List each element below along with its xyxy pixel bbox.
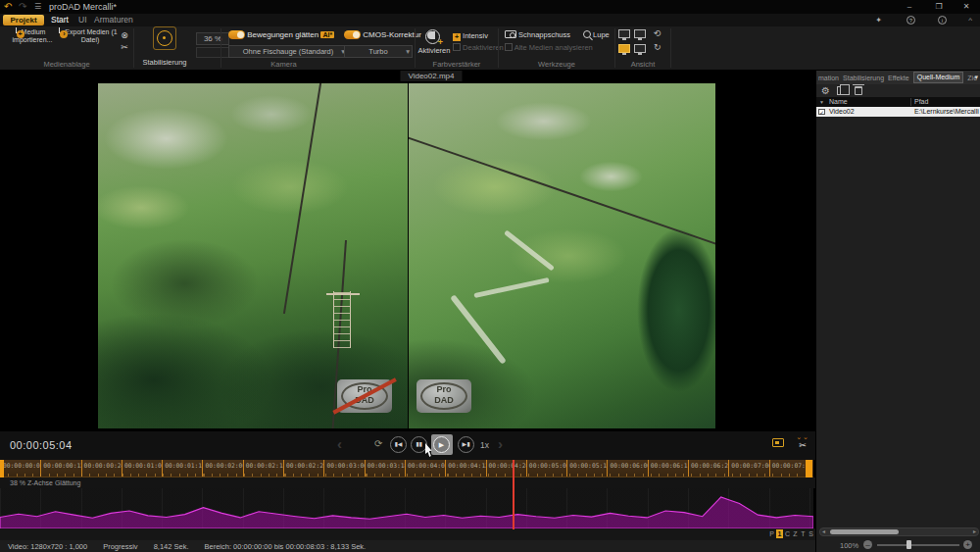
timeline-ruler[interactable]: 00:00:00:0000:00:00:1200:00:00:2400:00:0…: [0, 460, 813, 477]
panel-tab-effekte[interactable]: Effekte: [888, 75, 909, 81]
stabilize-target-icon[interactable]: [157, 30, 172, 46]
view-split-icon[interactable]: [618, 44, 630, 53]
view-button-c[interactable]: C: [784, 529, 791, 538]
group-label-kamera: Kamera: [222, 60, 345, 69]
import-media-button[interactable]: + Medium importieren...: [4, 28, 61, 44]
ruler-tick-label: 00:00:04:00: [405, 460, 445, 477]
ruler-tick-label: 00:00:04:12: [445, 460, 485, 477]
fisheye-dropdown[interactable]: Ohne Fischauge (Standard) ▾: [228, 45, 348, 58]
plus-icon: +: [453, 33, 461, 41]
cut-media-icon[interactable]: ✂: [119, 41, 130, 53]
view-button-1[interactable]: 1: [776, 529, 783, 538]
panel-tab-mation[interactable]: mation: [818, 75, 839, 81]
zoom-slider-thumb[interactable]: [906, 540, 911, 549]
view-button-s[interactable]: S: [808, 529, 814, 538]
play-button-highlight[interactable]: ▶: [431, 434, 453, 455]
row-checkbox[interactable]: ✓: [818, 109, 825, 116]
video-frame-original[interactable]: ProDAD: [98, 83, 408, 428]
cable-pylon: [333, 291, 351, 348]
close-button[interactable]: ✕: [958, 1, 974, 12]
analyze-all-button[interactable]: Alte Medien analysieren: [505, 43, 593, 52]
projekt-button[interactable]: Projekt: [3, 15, 44, 25]
media-table-header[interactable]: ▼ Name Pfad: [816, 97, 980, 107]
zoom-slider[interactable]: [877, 544, 959, 546]
panel-tab-quell-medium[interactable]: Quell-Medium: [913, 72, 964, 83]
smoothing-graph[interactable]: [0, 488, 813, 528]
go-to-start-button[interactable]: ▮◀: [390, 436, 407, 453]
scroll-left-icon[interactable]: ◂: [822, 528, 825, 535]
intensiv-button[interactable]: + Intensiv: [453, 31, 488, 41]
tab-start[interactable]: Start: [51, 15, 69, 25]
panel-tabs-overflow-icon[interactable]: ▾: [974, 74, 978, 81]
import-document-icon: +: [20, 27, 22, 36]
play-button[interactable]: ▶: [433, 436, 450, 453]
remove-media-icon[interactable]: ⊗: [119, 29, 130, 41]
zoom-out-button[interactable]: –: [863, 540, 872, 549]
cable-line: [283, 83, 323, 314]
view-button-z[interactable]: Z: [792, 529, 799, 538]
color-boost-icon[interactable]: [425, 29, 440, 44]
reset-view-icon[interactable]: ⟲: [654, 28, 662, 38]
zoom-in-button[interactable]: +: [963, 540, 972, 549]
step-back-icon[interactable]: ‹: [337, 435, 342, 452]
tab-ui[interactable]: UI: [78, 15, 87, 25]
snapshot-button[interactable]: Schnappschuss: [505, 30, 570, 39]
cmos-toggle[interactable]: [344, 30, 361, 39]
stabilize-button-label[interactable]: Stabilisierung: [135, 58, 194, 67]
playhead[interactable]: [513, 460, 514, 529]
export-document-icon: ›: [63, 27, 65, 36]
trash-icon[interactable]: [855, 86, 862, 95]
smooth-motion-toggle[interactable]: [228, 30, 245, 39]
redo-icon[interactable]: ↷: [19, 0, 26, 14]
render-marker-icon[interactable]: [772, 438, 784, 447]
minimize-button[interactable]: –: [902, 1, 917, 12]
filter-icon[interactable]: ▼: [819, 97, 824, 107]
panel-tabs: mationStabilisierungEffekteQuell-MediumZ…: [816, 71, 980, 84]
info-icon[interactable]: i: [938, 16, 947, 25]
scroll-right-icon[interactable]: ▸: [973, 528, 976, 535]
settings-gear-icon[interactable]: ⚙: [821, 85, 830, 96]
playback-speed-label[interactable]: 1x: [480, 440, 489, 450]
status-segment: Bereich: 00:00:00:00 bis 00:00:08:03 : 8…: [204, 542, 366, 551]
undo-icon[interactable]: ↶: [4, 0, 12, 14]
ruler-tick-label: 00:00:00:24: [81, 460, 122, 477]
view-button-p[interactable]: P: [768, 529, 775, 538]
turbo-dropdown[interactable]: Turbo ▾: [344, 45, 413, 58]
view-full-icon[interactable]: [634, 44, 646, 53]
go-to-end-button[interactable]: ▶▮: [458, 436, 474, 453]
smoothing-curve-label: 38 % Z-Achse Glättung: [0, 477, 815, 488]
collapse-ribbon-icon[interactable]: ^: [968, 16, 972, 25]
group-label-ansicht: Ansicht: [616, 60, 669, 69]
cmos-label: CMOS-Korrektur: [363, 30, 421, 39]
range-start-marker[interactable]: [0, 460, 4, 477]
view-single-icon[interactable]: [618, 29, 630, 38]
video-frame-stabilized[interactable]: ProDAD: [409, 83, 715, 428]
help-icon[interactable]: ?: [906, 16, 915, 25]
ruler-tick-label: 00:00:01:18: [162, 460, 202, 477]
maximize-button[interactable]: ❒: [931, 1, 947, 12]
pause-button[interactable]: ▮▮: [411, 436, 427, 453]
trim-tool[interactable]: ⌄⌄ ✂: [796, 434, 809, 450]
range-end-marker[interactable]: [806, 460, 812, 477]
rotate-view-icon[interactable]: ↻: [654, 42, 662, 52]
deaktivieren-button[interactable]: Deaktivieren: [453, 43, 504, 52]
aktivieren-button[interactable]: Aktivieren: [417, 46, 451, 55]
panel-scrollbar[interactable]: ◂ ▸: [819, 527, 979, 536]
view-button-t[interactable]: T: [800, 529, 807, 538]
hint-icon[interactable]: ✦: [875, 16, 882, 25]
scrollbar-thumb[interactable]: [830, 529, 899, 534]
right-panel: mationStabilisierungEffekteQuell-MediumZ…: [815, 71, 980, 552]
prodad-logo-disabled: ProDAD: [337, 379, 392, 413]
camera-icon: [505, 30, 516, 38]
loupe-button[interactable]: Lupe: [583, 30, 610, 39]
view-wide-icon[interactable]: [634, 29, 646, 38]
table-row[interactable]: ✓Video02E:\Lernkurse\Mercalli 6\Clips\m: [816, 107, 980, 117]
ruler-tick-label: 00:00:02:24: [283, 460, 323, 477]
duplicate-icon[interactable]: [837, 86, 845, 95]
export-media-button[interactable]: › Export Medien (1 Datei): [63, 28, 118, 44]
panel-tab-stabilisierung[interactable]: Stabilisierung: [843, 75, 884, 81]
loop-icon[interactable]: ⟳: [374, 438, 382, 449]
tab-armaturen[interactable]: Armaturen: [94, 15, 133, 25]
step-forward-icon[interactable]: ›: [498, 435, 503, 452]
menu-icon[interactable]: ☰: [34, 0, 41, 14]
